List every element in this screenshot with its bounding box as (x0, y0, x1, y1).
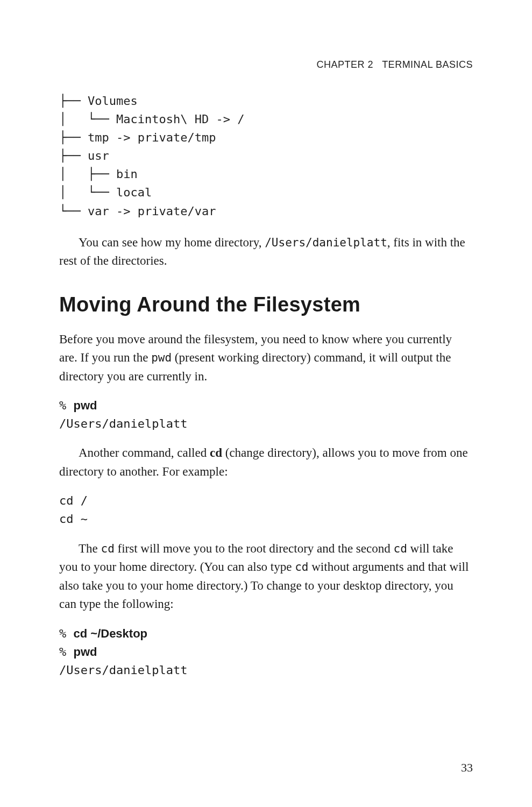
paragraph-1: You can see how my home directory, /User… (59, 233, 473, 271)
tree-line: │ ├── bin (59, 167, 138, 181)
prompt: % (59, 399, 74, 412)
chapter-label: CHAPTER 2 (316, 59, 373, 70)
code-line: cd ~ (59, 512, 88, 526)
running-header: CHAPTER 2 TERMINAL BASICS (59, 59, 473, 70)
inline-code-pwd: pwd (151, 351, 172, 364)
inline-code-cd: cd (393, 542, 407, 555)
bold-cd: cd (210, 446, 222, 459)
page: CHAPTER 2 TERMINAL BASICS ├── Volumes │ … (0, 0, 532, 807)
code-block-cd-examples: cd / cd ~ (59, 492, 473, 528)
text: first will move you to the root director… (115, 542, 394, 555)
text: Another command, called (79, 446, 210, 459)
prompt: % (59, 645, 74, 659)
inline-code-cd: cd (295, 561, 308, 574)
inline-code-cd: cd (101, 542, 115, 555)
chapter-title: TERMINAL BASICS (382, 59, 473, 70)
page-number: 33 (461, 761, 473, 775)
tree-line: ├── usr (59, 149, 109, 162)
paragraph-4: The cd first will move you to the root d… (59, 540, 473, 614)
tree-line: │ └── Macintosh\ HD -> / (59, 112, 244, 126)
directory-tree: ├── Volumes │ └── Macintosh\ HD -> / ├──… (59, 92, 473, 221)
tree-line: ├── Volumes (59, 94, 138, 108)
section-heading: Moving Around the Filesystem (59, 293, 473, 316)
tree-line: └── var -> private/var (59, 204, 216, 218)
code-block-cd-desktop: % cd ~/Desktop % pwd /Users/danielplatt (59, 625, 473, 679)
code-line: cd / (59, 494, 88, 507)
tree-line: ├── tmp -> private/tmp (59, 131, 216, 144)
prompt: % (59, 627, 74, 640)
output-path: /Users/danielplatt (59, 417, 187, 430)
command-pwd: pwd (74, 645, 97, 659)
text: You can see how my home directory, (79, 236, 265, 249)
paragraph-2: Before you move around the filesystem, y… (59, 330, 473, 386)
paragraph-3: Another command, called cd (change direc… (59, 444, 473, 481)
inline-code-path: /Users/danielplatt (265, 236, 387, 249)
code-block-pwd: % pwd /Users/danielplatt (59, 397, 473, 433)
command-pwd: pwd (74, 399, 97, 412)
output-path: /Users/danielplatt (59, 663, 187, 677)
command-cd-desktop: cd ~/Desktop (74, 627, 148, 640)
tree-line: │ └── local (59, 186, 152, 199)
text: The (79, 542, 101, 555)
